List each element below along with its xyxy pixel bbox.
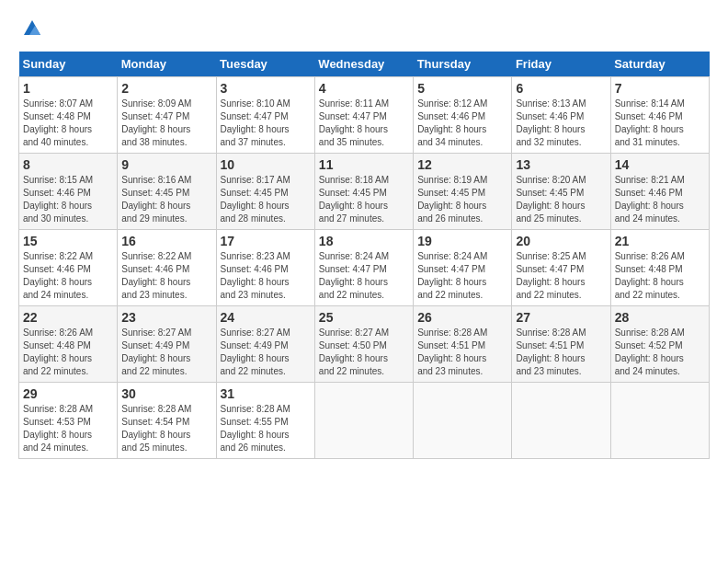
calendar-week-row: 29 Sunrise: 8:28 AMSunset: 4:53 PMDaylig… bbox=[19, 383, 710, 459]
calendar-cell: 6 Sunrise: 8:13 AMSunset: 4:46 PMDayligh… bbox=[512, 77, 610, 154]
calendar-header-sunday: Sunday bbox=[19, 52, 118, 77]
logo bbox=[18, 18, 42, 42]
calendar-week-row: 8 Sunrise: 8:15 AMSunset: 4:46 PMDayligh… bbox=[19, 154, 710, 230]
logo-icon bbox=[22, 18, 42, 42]
calendar-week-row: 15 Sunrise: 8:22 AMSunset: 4:46 PMDaylig… bbox=[19, 230, 710, 306]
calendar-cell: 31 Sunrise: 8:28 AMSunset: 4:55 PMDaylig… bbox=[216, 383, 314, 459]
day-number: 25 bbox=[319, 310, 409, 325]
day-info: Sunrise: 8:25 AMSunset: 4:47 PMDaylight:… bbox=[516, 250, 606, 302]
calendar-week-row: 22 Sunrise: 8:26 AMSunset: 4:48 PMDaylig… bbox=[19, 306, 710, 383]
day-number: 31 bbox=[221, 386, 311, 401]
day-info: Sunrise: 8:28 AMSunset: 4:52 PMDaylight:… bbox=[615, 327, 705, 378]
calendar-cell: 2 Sunrise: 8:09 AMSunset: 4:47 PMDayligh… bbox=[118, 77, 216, 154]
calendar-cell: 10 Sunrise: 8:17 AMSunset: 4:45 PMDaylig… bbox=[216, 154, 314, 230]
day-info: Sunrise: 8:28 AMSunset: 4:53 PMDaylight:… bbox=[23, 403, 113, 454]
calendar-cell: 27 Sunrise: 8:28 AMSunset: 4:51 PMDaylig… bbox=[512, 306, 610, 383]
day-number: 19 bbox=[417, 234, 507, 248]
calendar-cell: 1 Sunrise: 8:07 AMSunset: 4:48 PMDayligh… bbox=[19, 77, 118, 154]
day-info: Sunrise: 8:11 AMSunset: 4:47 PMDaylight:… bbox=[319, 98, 409, 149]
day-info: Sunrise: 8:14 AMSunset: 4:46 PMDaylight:… bbox=[615, 98, 705, 149]
calendar-header-tuesday: Tuesday bbox=[216, 52, 314, 77]
day-number: 30 bbox=[121, 386, 211, 401]
day-number: 11 bbox=[319, 157, 409, 172]
day-info: Sunrise: 8:22 AMSunset: 4:46 PMDaylight:… bbox=[23, 250, 113, 302]
calendar-cell: 28 Sunrise: 8:28 AMSunset: 4:52 PMDaylig… bbox=[610, 306, 709, 383]
day-info: Sunrise: 8:21 AMSunset: 4:46 PMDaylight:… bbox=[615, 174, 705, 225]
day-number: 21 bbox=[615, 234, 705, 248]
day-number: 24 bbox=[221, 310, 311, 325]
calendar-cell: 9 Sunrise: 8:16 AMSunset: 4:45 PMDayligh… bbox=[118, 154, 216, 230]
day-info: Sunrise: 8:13 AMSunset: 4:46 PMDaylight:… bbox=[516, 98, 606, 149]
day-number: 20 bbox=[516, 234, 606, 248]
day-number: 27 bbox=[516, 310, 606, 325]
day-info: Sunrise: 8:27 AMSunset: 4:49 PMDaylight:… bbox=[121, 327, 211, 378]
calendar-cell: 15 Sunrise: 8:22 AMSunset: 4:46 PMDaylig… bbox=[19, 230, 118, 306]
calendar-cell: 30 Sunrise: 8:28 AMSunset: 4:54 PMDaylig… bbox=[118, 383, 216, 459]
day-number: 8 bbox=[23, 157, 113, 172]
calendar-cell: 20 Sunrise: 8:25 AMSunset: 4:47 PMDaylig… bbox=[512, 230, 610, 306]
day-info: Sunrise: 8:12 AMSunset: 4:46 PMDaylight:… bbox=[417, 98, 507, 149]
calendar-cell: 24 Sunrise: 8:27 AMSunset: 4:49 PMDaylig… bbox=[216, 306, 314, 383]
calendar-week-row: 1 Sunrise: 8:07 AMSunset: 4:48 PMDayligh… bbox=[19, 77, 710, 154]
day-info: Sunrise: 8:28 AMSunset: 4:51 PMDaylight:… bbox=[417, 327, 507, 378]
calendar-cell: 22 Sunrise: 8:26 AMSunset: 4:48 PMDaylig… bbox=[19, 306, 118, 383]
day-number: 5 bbox=[417, 81, 507, 96]
day-info: Sunrise: 8:28 AMSunset: 4:54 PMDaylight:… bbox=[121, 403, 211, 454]
calendar-header-row: SundayMondayTuesdayWednesdayThursdayFrid… bbox=[19, 52, 710, 77]
day-number: 16 bbox=[121, 234, 211, 248]
calendar-cell: 4 Sunrise: 8:11 AMSunset: 4:47 PMDayligh… bbox=[314, 77, 413, 154]
day-number: 10 bbox=[221, 157, 311, 172]
day-number: 13 bbox=[516, 157, 606, 172]
calendar-cell: 14 Sunrise: 8:21 AMSunset: 4:46 PMDaylig… bbox=[610, 154, 709, 230]
day-number: 22 bbox=[23, 310, 113, 325]
day-number: 6 bbox=[516, 81, 606, 96]
calendar-table: SundayMondayTuesdayWednesdayThursdayFrid… bbox=[18, 52, 710, 459]
day-info: Sunrise: 8:17 AMSunset: 4:45 PMDaylight:… bbox=[221, 174, 311, 225]
day-number: 18 bbox=[319, 234, 409, 248]
day-info: Sunrise: 8:23 AMSunset: 4:46 PMDaylight:… bbox=[221, 250, 311, 302]
day-info: Sunrise: 8:22 AMSunset: 4:46 PMDaylight:… bbox=[121, 250, 211, 302]
day-number: 12 bbox=[417, 157, 507, 172]
day-info: Sunrise: 8:20 AMSunset: 4:45 PMDaylight:… bbox=[516, 174, 606, 225]
day-info: Sunrise: 8:26 AMSunset: 4:48 PMDaylight:… bbox=[615, 250, 705, 302]
day-info: Sunrise: 8:28 AMSunset: 4:51 PMDaylight:… bbox=[516, 327, 606, 378]
calendar-header-thursday: Thursday bbox=[414, 52, 512, 77]
calendar-cell: 3 Sunrise: 8:10 AMSunset: 4:47 PMDayligh… bbox=[216, 77, 314, 154]
day-info: Sunrise: 8:27 AMSunset: 4:49 PMDaylight:… bbox=[221, 327, 311, 378]
calendar-cell: 11 Sunrise: 8:18 AMSunset: 4:45 PMDaylig… bbox=[314, 154, 413, 230]
day-info: Sunrise: 8:26 AMSunset: 4:48 PMDaylight:… bbox=[23, 327, 113, 378]
day-info: Sunrise: 8:27 AMSunset: 4:50 PMDaylight:… bbox=[319, 327, 409, 378]
calendar-cell bbox=[512, 383, 610, 459]
day-number: 15 bbox=[23, 234, 113, 248]
day-info: Sunrise: 8:19 AMSunset: 4:45 PMDaylight:… bbox=[417, 174, 507, 225]
day-number: 17 bbox=[221, 234, 311, 248]
day-info: Sunrise: 8:15 AMSunset: 4:46 PMDaylight:… bbox=[23, 174, 113, 225]
calendar-header-saturday: Saturday bbox=[610, 52, 709, 77]
calendar-cell: 19 Sunrise: 8:24 AMSunset: 4:47 PMDaylig… bbox=[414, 230, 512, 306]
calendar-cell bbox=[314, 383, 413, 459]
day-info: Sunrise: 8:16 AMSunset: 4:45 PMDaylight:… bbox=[121, 174, 211, 225]
calendar-cell: 13 Sunrise: 8:20 AMSunset: 4:45 PMDaylig… bbox=[512, 154, 610, 230]
calendar-cell: 18 Sunrise: 8:24 AMSunset: 4:47 PMDaylig… bbox=[314, 230, 413, 306]
calendar-cell: 26 Sunrise: 8:28 AMSunset: 4:51 PMDaylig… bbox=[414, 306, 512, 383]
day-number: 4 bbox=[319, 81, 409, 96]
day-number: 7 bbox=[615, 81, 705, 96]
calendar-cell: 7 Sunrise: 8:14 AMSunset: 4:46 PMDayligh… bbox=[610, 77, 709, 154]
day-info: Sunrise: 8:18 AMSunset: 4:45 PMDaylight:… bbox=[319, 174, 409, 225]
page-header bbox=[18, 18, 710, 42]
day-info: Sunrise: 8:07 AMSunset: 4:48 PMDaylight:… bbox=[23, 98, 113, 149]
day-number: 26 bbox=[417, 310, 507, 325]
day-number: 14 bbox=[615, 157, 705, 172]
day-number: 9 bbox=[121, 157, 211, 172]
calendar-cell: 25 Sunrise: 8:27 AMSunset: 4:50 PMDaylig… bbox=[314, 306, 413, 383]
calendar-header-wednesday: Wednesday bbox=[314, 52, 413, 77]
calendar-cell: 16 Sunrise: 8:22 AMSunset: 4:46 PMDaylig… bbox=[118, 230, 216, 306]
day-number: 28 bbox=[615, 310, 705, 325]
day-number: 23 bbox=[121, 310, 211, 325]
day-number: 1 bbox=[23, 81, 113, 96]
day-info: Sunrise: 8:24 AMSunset: 4:47 PMDaylight:… bbox=[319, 250, 409, 302]
day-info: Sunrise: 8:24 AMSunset: 4:47 PMDaylight:… bbox=[417, 250, 507, 302]
day-number: 29 bbox=[23, 386, 113, 401]
calendar-cell: 29 Sunrise: 8:28 AMSunset: 4:53 PMDaylig… bbox=[19, 383, 118, 459]
calendar-cell: 23 Sunrise: 8:27 AMSunset: 4:49 PMDaylig… bbox=[118, 306, 216, 383]
